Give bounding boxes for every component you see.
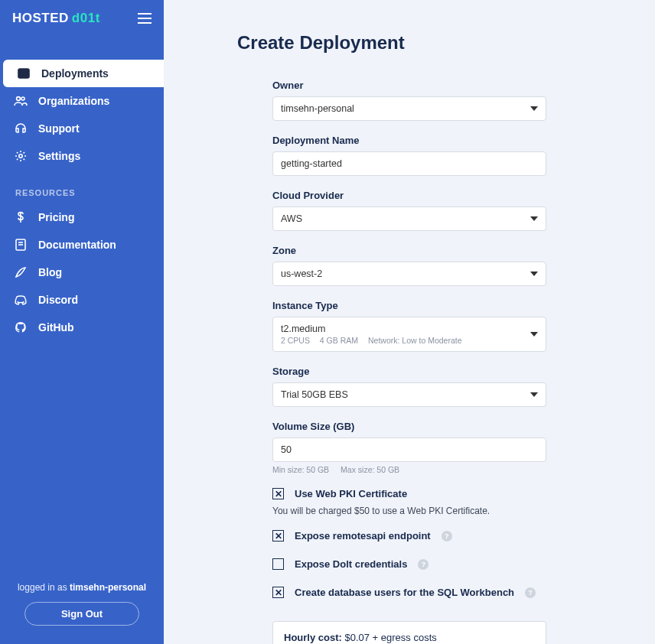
instance-ram: 4 GB RAM	[320, 336, 358, 345]
support-icon	[14, 122, 28, 135]
primary-nav: Deployments Organizations Support Settin…	[0, 60, 164, 170]
chevron-down-icon	[530, 332, 538, 337]
settings-icon	[14, 149, 28, 163]
volume-label: Volume Size (GB)	[272, 421, 546, 432]
svg-rect-0	[18, 69, 29, 78]
cloud-field: Cloud Provider AWS	[272, 190, 546, 231]
sidebar-item-deployments[interactable]: Deployments	[3, 60, 164, 87]
nav-label: Support	[38, 122, 80, 135]
instance-field: Instance Type t2.medium 2 CPUS 4 GB RAM …	[272, 300, 546, 352]
nav-label: Discord	[38, 294, 78, 306]
sidebar-item-github[interactable]: GitHub	[0, 314, 164, 341]
owner-value: timsehn-personal	[281, 103, 354, 114]
remotesapi-label: Expose remotesapi endpoint	[295, 530, 431, 542]
instance-select[interactable]: t2.medium 2 CPUS 4 GB RAM Network: Low t…	[272, 317, 546, 352]
resources-nav: Pricing Documentation Blog Discord GitHu…	[0, 203, 164, 341]
pki-checkbox[interactable]	[272, 488, 284, 499]
instance-cpu: 2 CPUS	[281, 336, 310, 345]
chevron-down-icon	[530, 392, 538, 397]
volume-helper: Min size: 50 GB Max size: 50 GB	[272, 465, 546, 474]
cost-prefix: Hourly cost:	[284, 632, 342, 643]
remotesapi-checkbox-row: Expose remotesapi endpoint ?	[272, 530, 546, 542]
storage-field: Storage Trial 50GB EBS	[272, 366, 546, 407]
zone-value: us-west-2	[281, 268, 322, 279]
zone-select[interactable]: us-west-2	[272, 262, 546, 286]
chevron-down-icon	[530, 216, 538, 221]
logo-text: HOSTED	[12, 11, 69, 26]
owner-label: Owner	[272, 80, 546, 91]
name-label: Deployment Name	[272, 135, 546, 146]
chevron-down-icon	[530, 272, 538, 276]
doltcreds-label: Expose Dolt credentials	[295, 558, 407, 570]
instance-details: 2 CPUS 4 GB RAM Network: Low to Moderate	[281, 336, 530, 345]
storage-select[interactable]: Trial 50GB EBS	[272, 382, 546, 407]
sidebar-item-blog[interactable]: Blog	[0, 259, 164, 286]
volume-max: Max size: 50 GB	[341, 465, 399, 474]
nav-label: Organizations	[38, 95, 109, 107]
pki-description: You will be charged $50 to use a Web PKI…	[272, 506, 546, 516]
logged-in-user: timsehn-personal	[70, 582, 146, 593]
nav-label: Blog	[38, 266, 62, 278]
doltcreds-checkbox[interactable]	[272, 558, 284, 570]
volume-field: Volume Size (GB) Min size: 50 GB Max siz…	[272, 421, 546, 474]
pki-label: Use Web PKI Certificate	[295, 488, 407, 499]
pki-checkbox-row: Use Web PKI Certificate	[272, 488, 546, 499]
doltcreds-checkbox-row: Expose Dolt credentials ?	[272, 558, 546, 570]
sidebar-footer: logged in as timsehn-personal Sign Out	[0, 574, 164, 644]
cost-value: $0.07 + egress costs	[342, 632, 437, 643]
instance-label: Instance Type	[272, 300, 546, 311]
volume-size-input[interactable]	[272, 437, 546, 462]
nav-label: Deployments	[41, 67, 109, 80]
deployment-form: Owner timsehn-personal Deployment Name C…	[272, 80, 546, 644]
sidebar-item-settings[interactable]: Settings	[0, 142, 164, 170]
zone-field: Zone us-west-2	[272, 245, 546, 286]
logged-in-prefix: logged in as	[18, 582, 70, 593]
dbusers-checkbox[interactable]	[272, 587, 284, 598]
svg-point-4	[19, 154, 22, 158]
cloud-label: Cloud Provider	[272, 190, 546, 201]
sidebar-header: HOSTED d01t	[0, 0, 164, 37]
menu-toggle-icon[interactable]	[138, 13, 152, 24]
svg-point-2	[17, 97, 21, 101]
documentation-icon	[14, 238, 28, 252]
zone-label: Zone	[272, 245, 546, 256]
nav-label: Settings	[38, 150, 80, 162]
volume-min: Min size: 50 GB	[272, 465, 329, 474]
cost-summary: Hourly cost: $0.07 + egress costs	[272, 621, 546, 644]
info-icon[interactable]: ?	[442, 531, 452, 542]
deployments-icon	[17, 67, 31, 80]
blog-icon	[14, 265, 28, 279]
cloud-select[interactable]: AWS	[272, 207, 546, 231]
cloud-value: AWS	[281, 213, 302, 224]
nav-label: GitHub	[38, 321, 74, 333]
pricing-icon	[14, 210, 28, 224]
page-title: Create Deployment	[237, 32, 609, 54]
owner-field: Owner timsehn-personal	[272, 80, 546, 121]
sign-out-button[interactable]: Sign Out	[24, 602, 139, 626]
info-icon[interactable]: ?	[418, 559, 429, 570]
sidebar-item-organizations[interactable]: Organizations	[0, 87, 164, 115]
svg-point-3	[21, 97, 24, 100]
sidebar: HOSTED d01t Deployments Organizations Su…	[0, 0, 164, 644]
logo-accent: d01t	[72, 11, 100, 26]
sidebar-item-pricing[interactable]: Pricing	[0, 203, 164, 231]
name-field: Deployment Name	[272, 135, 546, 176]
storage-value: Trial 50GB EBS	[281, 389, 348, 400]
nav-label: Pricing	[38, 211, 74, 223]
sidebar-item-discord[interactable]: Discord	[0, 286, 164, 314]
resources-heading: RESOURCES	[0, 170, 164, 203]
dbusers-label: Create database users for the SQL Workbe…	[295, 587, 514, 598]
remotesapi-checkbox[interactable]	[272, 530, 284, 542]
chevron-down-icon	[530, 106, 538, 111]
info-icon[interactable]: ?	[525, 587, 536, 598]
logged-in-text: logged in as timsehn-personal	[15, 582, 148, 593]
nav-label: Documentation	[38, 239, 116, 251]
sidebar-item-documentation[interactable]: Documentation	[0, 231, 164, 259]
github-icon	[14, 320, 28, 334]
logo[interactable]: HOSTED d01t	[12, 11, 100, 26]
owner-select[interactable]: timsehn-personal	[272, 96, 546, 121]
main-content: Create Deployment Owner timsehn-personal…	[164, 0, 655, 644]
dbusers-checkbox-row: Create database users for the SQL Workbe…	[272, 587, 546, 598]
deployment-name-input[interactable]	[272, 151, 546, 176]
sidebar-item-support[interactable]: Support	[0, 115, 164, 142]
